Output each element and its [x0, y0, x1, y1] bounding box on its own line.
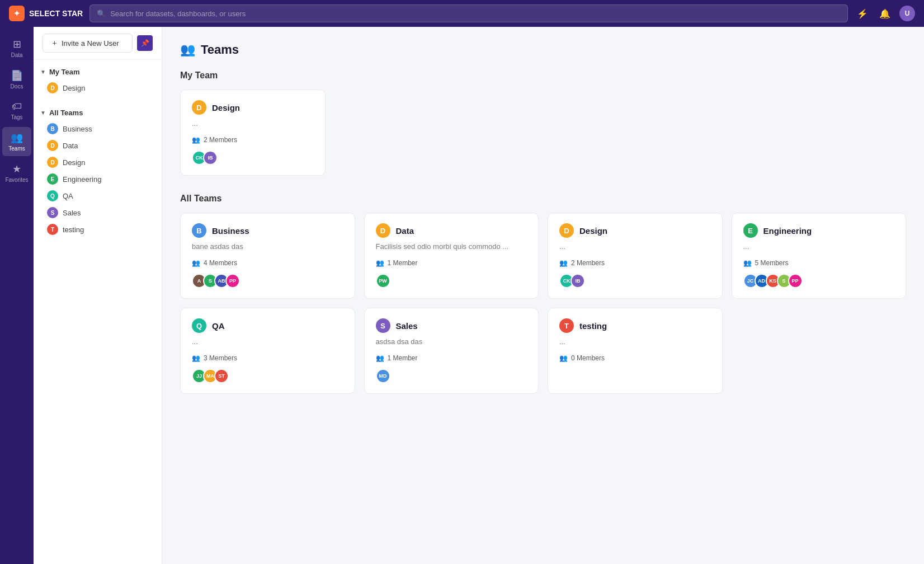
sidebar-item-engineering[interactable]: E Engineering	[34, 171, 162, 187]
my-team-grid: D Design ... 👥 2 Members CK IB	[180, 90, 906, 176]
avatars-business: A S AB PP	[192, 274, 343, 288]
members-engineering: 👥 5 Members	[743, 259, 895, 267]
team-card-engineering[interactable]: E Engineering ... 👥 5 Members JC AD KS S…	[732, 213, 907, 299]
avatars-engineering: JC AD KS S PP	[743, 274, 895, 288]
badge-engineering: E	[743, 223, 758, 238]
sales-badge: S	[47, 207, 58, 218]
team-card-qa[interactable]: Q QA ... 👥 3 Members JJ MA ST	[180, 308, 355, 394]
card-desc-design: ...	[192, 119, 314, 129]
avatar-ib: IB	[203, 151, 218, 165]
lightning-icon[interactable]: ⚡	[855, 6, 870, 21]
notification-icon[interactable]: 🔔	[877, 6, 893, 21]
invite-new-user-button[interactable]: ＋ Invite a New User	[43, 34, 133, 53]
sidebar-item-data[interactable]: D Data	[34, 137, 162, 154]
sidebar-item-tags[interactable]: 🏷 Tags	[2, 96, 31, 125]
team-card-testing[interactable]: T testing ... 👥 0 Members	[548, 308, 723, 394]
qa-badge: Q	[47, 190, 58, 201]
desc-engineering: ...	[743, 242, 895, 252]
members-icon-design: 👥	[559, 259, 568, 267]
card-header-testing: T testing	[559, 318, 711, 333]
pin-button[interactable]: 📌	[137, 35, 153, 51]
main-layout: ⊞ Data 📄 Docs 🏷 Tags 👥 Teams ★ Favorites…	[0, 27, 924, 564]
data-badge: D	[47, 140, 58, 151]
teams-icon: 👥	[11, 131, 23, 144]
sidebar-item-design-myteam[interactable]: D Design	[34, 79, 162, 96]
team-card-design[interactable]: D Design ... 👥 2 Members CK IB	[548, 213, 723, 299]
card-header-sales: S Sales	[376, 318, 527, 333]
teams-title-icon: 👥	[180, 43, 195, 57]
badge-qa: Q	[192, 318, 206, 333]
avatars-design: CK IB	[192, 151, 314, 165]
count-testing: 0 Members	[571, 354, 605, 362]
sidebar-all-teams-header[interactable]: ▼ All Teams	[34, 105, 162, 120]
avatars-sales: MD	[376, 369, 527, 383]
sidebar-item-docs[interactable]: 📄 Docs	[2, 65, 31, 94]
logo-icon: ✦	[9, 6, 25, 21]
team-card-business[interactable]: B Business bane asdas das 👥 4 Members A …	[180, 213, 355, 299]
favorites-icon: ★	[12, 163, 21, 175]
engineering-badge: E	[47, 173, 58, 185]
sidebar-my-team-section: ▼ My Team D Design	[34, 60, 162, 101]
card-header-qa: Q QA	[192, 318, 343, 333]
count-sales: 1 Member	[388, 354, 418, 362]
members-business: 👥 4 Members	[192, 259, 343, 267]
members-icon-sales: 👥	[376, 354, 384, 362]
topnav-actions: ⚡ 🔔 U	[855, 6, 915, 21]
desc-sales: asdsa dsa das	[376, 337, 527, 347]
sidebar-item-data[interactable]: ⊞ Data	[2, 34, 31, 63]
team-card-design-myteam[interactable]: D Design ... 👥 2 Members CK IB	[180, 90, 326, 176]
sidebar-icon-bar: ⊞ Data 📄 Docs 🏷 Tags 👥 Teams ★ Favorites	[0, 27, 34, 564]
tags-icon: 🏷	[12, 101, 22, 112]
avatar-pw: PW	[376, 274, 390, 288]
avatar-ib2: IB	[571, 274, 585, 288]
members-count-design: 2 Members	[204, 136, 237, 144]
main-content: 👥 Teams My Team D Design ... 👥 2 Members…	[162, 27, 924, 564]
card-header-engineering: E Engineering	[743, 223, 895, 238]
avatar-st: ST	[214, 369, 229, 383]
badge-testing: T	[559, 318, 574, 333]
members-icon-data: 👥	[376, 259, 384, 267]
card-members-design: 👥 2 Members	[192, 136, 314, 144]
design-badge-2: D	[47, 157, 58, 168]
avatar-pp: PP	[225, 274, 240, 288]
qa-label: QA	[63, 192, 73, 200]
members-icon: 👥	[192, 136, 200, 144]
data-label: Data	[63, 142, 78, 150]
avatars-qa: JJ MA ST	[192, 369, 343, 383]
sidebar-item-testing[interactable]: T testing	[34, 221, 162, 238]
card-header: D Design	[192, 100, 314, 115]
sidebar-item-design[interactable]: D Design	[34, 154, 162, 171]
search-input[interactable]	[110, 10, 841, 18]
sidebar-item-business[interactable]: B Business	[34, 120, 162, 137]
desc-testing: ...	[559, 337, 711, 347]
all-teams-section-label: All Teams	[49, 109, 83, 117]
badge-data: D	[376, 223, 390, 238]
badge-business: B	[192, 223, 206, 238]
sidebar-item-qa[interactable]: Q QA	[34, 187, 162, 204]
members-testing: 👥 0 Members	[559, 354, 711, 362]
members-sales: 👥 1 Member	[376, 354, 527, 362]
team-card-sales[interactable]: S Sales asdsa dsa das 👥 1 Member MD	[364, 308, 539, 394]
all-teams-section-heading: All Teams	[180, 194, 906, 204]
design-badge: D	[47, 82, 58, 93]
search-bar[interactable]: 🔍	[89, 4, 848, 22]
engineering-label: Engineering	[63, 175, 101, 184]
business-label: Business	[63, 125, 92, 133]
sales-label: Sales	[63, 209, 81, 217]
sidebar-item-sales[interactable]: S Sales	[34, 204, 162, 221]
sidebar-item-favorites[interactable]: ★ Favorites	[2, 158, 31, 187]
user-avatar[interactable]: U	[899, 6, 915, 21]
desc-data: Facilisis sed odio morbi quis commodo ..…	[376, 242, 527, 252]
team-card-data[interactable]: D Data Facilisis sed odio morbi quis com…	[364, 213, 539, 299]
sidebar-my-team-header[interactable]: ▼ My Team	[34, 64, 162, 79]
desc-design: ...	[559, 242, 711, 252]
card-name-design: Design	[212, 103, 240, 112]
app-logo[interactable]: ✦ SELECT STAR	[9, 6, 83, 21]
sidebar-item-teams[interactable]: 👥 Teams	[2, 127, 31, 156]
name-sales: Sales	[396, 321, 418, 331]
card-header-design: D Design	[559, 223, 711, 238]
avatar-md: MD	[376, 369, 390, 383]
business-badge: B	[47, 123, 58, 134]
name-engineering: Engineering	[763, 226, 812, 236]
members-qa: 👥 3 Members	[192, 354, 343, 362]
